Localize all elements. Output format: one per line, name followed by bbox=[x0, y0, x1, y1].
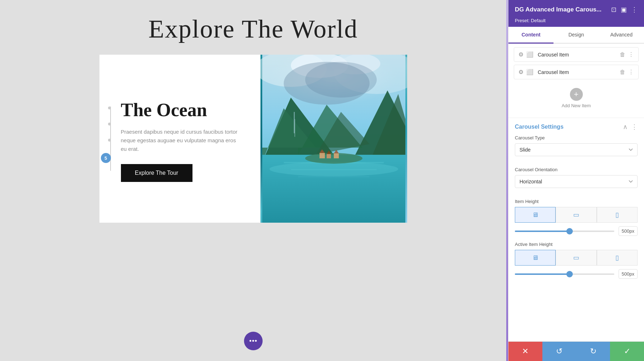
preset-label[interactable]: Preset: Default bbox=[515, 18, 546, 23]
slide-title: The Ocean bbox=[121, 99, 243, 120]
more-icon-1[interactable]: ⋮ bbox=[628, 51, 634, 58]
more-options-icon[interactable]: ⋮ bbox=[631, 6, 638, 14]
save-icon: ✓ bbox=[624, 347, 630, 356]
carousel-image-right bbox=[260, 55, 407, 223]
cancel-button[interactable]: ✕ bbox=[508, 342, 542, 361]
item-actions-1: 🗑 ⋮ bbox=[620, 51, 634, 58]
fullscreen-icon[interactable]: ⊡ bbox=[611, 6, 616, 14]
cancel-icon: ✕ bbox=[522, 347, 528, 356]
section-more-icon[interactable]: ⋮ bbox=[631, 123, 638, 131]
section-title: Carousel Settings bbox=[515, 124, 564, 130]
carousel-orientation-select[interactable]: Horizontal bbox=[515, 175, 638, 188]
monitor-icon-active: 🖥 bbox=[532, 254, 538, 262]
panel-body: ⚙ ⬜ Carousel Item 🗑 ⋮ ⚙ ⬜ Carousel Item … bbox=[508, 44, 644, 341]
item-icons-1: ⚙ ⬜ bbox=[518, 51, 533, 58]
save-button[interactable]: ✓ bbox=[610, 342, 644, 361]
mobile-btn-active[interactable]: ▯ bbox=[597, 250, 638, 266]
carousel-items-list: ⚙ ⬜ Carousel Item 🗑 ⋮ ⚙ ⬜ Carousel Item … bbox=[508, 44, 644, 118]
monitor-icon: 🖥 bbox=[532, 211, 538, 219]
svg-rect-20 bbox=[319, 153, 325, 158]
add-new-label: Add New Item bbox=[562, 103, 591, 108]
carousel-content-left: The Ocean Praesent dapibus neque id curs… bbox=[99, 55, 260, 223]
panel-tabs: Content Design Advanced bbox=[508, 27, 644, 44]
item-height-label: Item Height bbox=[515, 199, 638, 204]
item-height-value: 500px bbox=[619, 226, 638, 236]
item-height-group: Item Height 🖥 ▭ ▯ bbox=[515, 199, 638, 236]
tablet-btn-active[interactable]: ▭ bbox=[556, 250, 596, 266]
bottom-toolbar: ✕ ↺ ↻ ✓ bbox=[508, 341, 644, 361]
carousel-orientation-group: Carousel Orientation Horizontal bbox=[515, 167, 638, 193]
svg-rect-18 bbox=[298, 176, 370, 177]
tab-advanced[interactable]: Advanced bbox=[599, 27, 644, 44]
settings-icon-1[interactable]: ⚙ bbox=[518, 51, 523, 58]
svg-point-7 bbox=[305, 62, 377, 98]
mobile-btn-height[interactable]: ▯ bbox=[597, 207, 638, 223]
monitor-btn-height[interactable]: 🖥 bbox=[515, 207, 556, 223]
active-item-height-track[interactable] bbox=[515, 273, 614, 275]
carousel-widget: 5 The Ocean Praesent dapibus neque id cu… bbox=[99, 55, 407, 223]
svg-rect-17 bbox=[291, 169, 377, 170]
active-item-height-label: Active Item Height bbox=[515, 242, 638, 247]
item-height-thumb[interactable] bbox=[566, 228, 573, 234]
carousel-item-row-2: ⚙ ⬜ Carousel Item 🗑 ⋮ bbox=[514, 65, 639, 79]
active-item-height-value: 500px bbox=[619, 269, 638, 279]
slide-description: Praesent dapibus neque id cursus faucibu… bbox=[121, 128, 243, 153]
carousel-settings-header: Carousel Settings ∧ ⋮ bbox=[508, 118, 644, 135]
item-height-slider-row: 500px bbox=[515, 226, 638, 236]
undo-icon: ↺ bbox=[556, 347, 562, 356]
image-icon-1[interactable]: ⬜ bbox=[526, 51, 533, 58]
tablet-icon: ▭ bbox=[573, 211, 579, 219]
tab-content[interactable]: Content bbox=[508, 27, 553, 44]
active-item-height-fill bbox=[515, 273, 570, 275]
svg-rect-21 bbox=[327, 154, 331, 158]
svg-rect-22 bbox=[334, 153, 339, 158]
mobile-icon-active: ▯ bbox=[615, 254, 619, 262]
item-label-1: Carousel Item bbox=[538, 52, 620, 58]
landscape-image bbox=[260, 55, 407, 223]
section-header-actions: ∧ ⋮ bbox=[623, 123, 638, 131]
active-item-height-group: Active Item Height 🖥 ▭ ▯ bbox=[515, 242, 638, 279]
monitor-btn-active[interactable]: 🖥 bbox=[515, 250, 556, 266]
right-panel: DG Advanced Image Carous... ⊡ ▣ ⋮ Preset… bbox=[508, 0, 644, 361]
canvas-area: Explore The World 5 The Ocean Praesent d… bbox=[0, 0, 506, 361]
device-icons-height: 🖥 ▭ ▯ bbox=[515, 207, 638, 223]
carousel-orientation-label: Carousel Orientation bbox=[515, 167, 638, 172]
settings-icon-2[interactable]: ⚙ bbox=[518, 69, 523, 75]
add-new-circle: + bbox=[570, 88, 583, 101]
panel-title: DG Advanced Image Carous... bbox=[515, 6, 601, 13]
slide-cta-button[interactable]: Explore The Tour bbox=[121, 164, 192, 182]
image-icon-2[interactable]: ⬜ bbox=[526, 69, 533, 75]
item-label-2: Carousel Item bbox=[538, 69, 620, 75]
floating-action-button[interactable]: ••• bbox=[244, 332, 263, 350]
add-new-item-btn[interactable]: + Add New Item bbox=[514, 82, 639, 114]
carousel-type-group: Carousel Type Slide bbox=[515, 135, 638, 161]
redo-button[interactable]: ↻ bbox=[576, 342, 610, 361]
carousel-type-label: Carousel Type bbox=[515, 135, 638, 140]
tablet-btn-height[interactable]: ▭ bbox=[556, 207, 596, 223]
tablet-icon-active: ▭ bbox=[573, 254, 579, 262]
three-dots-icon: ••• bbox=[249, 336, 257, 346]
layout-icon[interactable]: ▣ bbox=[621, 6, 627, 14]
panel-header: DG Advanced Image Carous... ⊡ ▣ ⋮ bbox=[508, 0, 644, 17]
settings-body: Carousel Type Slide Carousel Orientation… bbox=[508, 135, 644, 290]
item-icons-2: ⚙ ⬜ bbox=[518, 69, 533, 75]
item-actions-2: 🗑 ⋮ bbox=[620, 69, 634, 75]
active-item-height-slider-row: 500px bbox=[515, 269, 638, 279]
preset-bar: Preset: Default bbox=[508, 17, 644, 27]
redo-icon: ↻ bbox=[590, 347, 596, 356]
delete-icon-1[interactable]: 🗑 bbox=[620, 51, 625, 58]
active-item-height-thumb[interactable] bbox=[566, 271, 573, 277]
device-icons-active-height: 🖥 ▭ ▯ bbox=[515, 250, 638, 266]
collapse-icon[interactable]: ∧ bbox=[623, 123, 628, 131]
panel-header-icons: ⊡ ▣ ⋮ bbox=[611, 6, 638, 14]
delete-icon-2[interactable]: 🗑 bbox=[620, 69, 625, 75]
item-height-track[interactable] bbox=[515, 231, 614, 232]
tab-design[interactable]: Design bbox=[553, 27, 599, 44]
more-icon-2[interactable]: ⋮ bbox=[628, 69, 634, 75]
carousel-item-row: ⚙ ⬜ Carousel Item 🗑 ⋮ bbox=[514, 47, 639, 62]
item-height-fill bbox=[515, 231, 570, 232]
undo-button[interactable]: ↺ bbox=[542, 342, 576, 361]
carousel-type-select[interactable]: Slide bbox=[515, 143, 638, 156]
page-title: Explore The World bbox=[148, 14, 358, 44]
svg-rect-27 bbox=[294, 119, 295, 137]
